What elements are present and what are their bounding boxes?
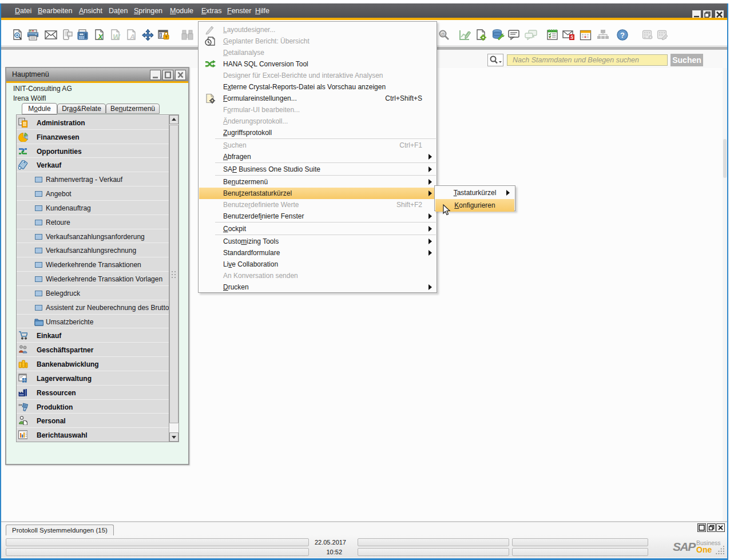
svg-text:One: One (696, 545, 712, 554)
svg-text:W: W (113, 33, 121, 41)
svg-text:SAP: SAP (673, 540, 696, 553)
svg-text:T: T (165, 35, 168, 39)
svg-text:@: @ (441, 32, 445, 36)
svg-text:S: S (570, 34, 574, 40)
svg-text:A: A (129, 33, 135, 41)
svg-text:?: ? (620, 31, 625, 39)
svg-text:X: X (97, 33, 104, 41)
